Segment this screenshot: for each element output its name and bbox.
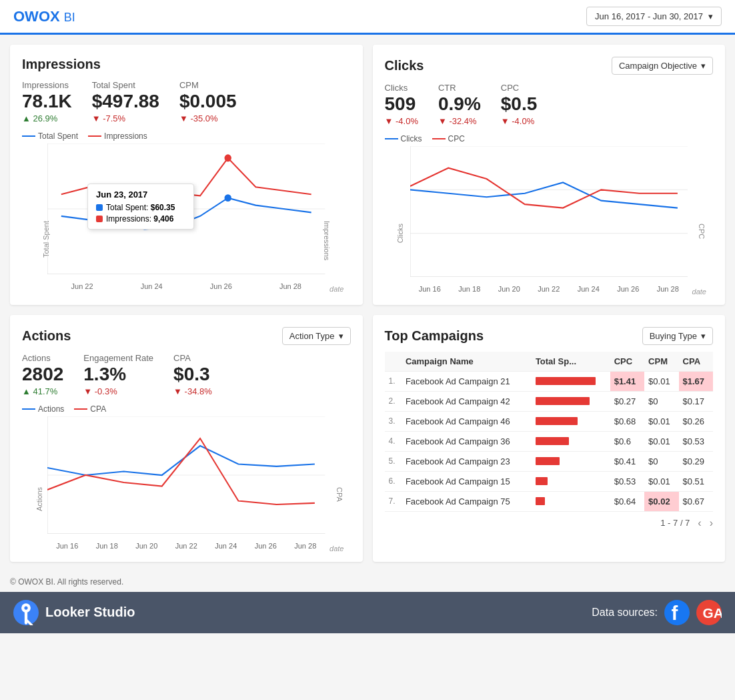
clicks-chart-wrap: Clicks CPC 60 40 20 0 1.5 1 0.5 (385, 146, 714, 293)
top-campaigns-card: Top Campaigns Buying Type ▾ Campaign Nam… (373, 315, 726, 562)
date-range-label: Jun 16, 2017 - Jun 30, 2017 (595, 11, 703, 21)
impressions-title: Impressions (22, 57, 101, 72)
pagination: 1 - 7 / 7 ‹ › (385, 517, 714, 529)
actions-card: Actions Action Type ▾ Actions 2802 ▲ 41.… (10, 315, 363, 562)
actions-metric-engagement: Engagement Rate 1.3% ▼ -0.3% (83, 353, 153, 396)
table-header-row: Campaign Name Total Sp... CPC CPM CPA (385, 352, 714, 372)
clicks-chart-svg: 60 40 20 0 1.5 1 0.5 0 (410, 146, 688, 277)
logo-owox: OWOX (13, 8, 60, 25)
impressions-card: Impressions Impressions 78.1K ▲ 26.9% To… (10, 45, 363, 305)
footer-copyright: © OWOX BI. All rights reserved. (0, 572, 735, 592)
looker-studio-label: Looker Studio (45, 605, 135, 620)
google-analytics-icon: GA (696, 600, 722, 625)
data-sources: Data sources: f GA (592, 600, 722, 625)
footer-bar: Looker Studio Data sources: f GA (0, 592, 735, 633)
col-rank (385, 352, 402, 372)
y-axis-clicks: Clicks (396, 224, 404, 243)
campaigns-table: Campaign Name Total Sp... CPC CPM CPA 1.… (385, 352, 714, 512)
impressions-x-labels: Jun 22Jun 24Jun 26Jun 28 (47, 282, 325, 290)
table-row: 2. Facebook Ad Campaign 42 $0.27 $0 $0.1… (385, 391, 714, 411)
tooltip-impressions-dot (96, 216, 103, 222)
chart-tooltip: Jun 23, 2017 Total Spent: $60.35 Impress… (87, 184, 194, 230)
clicks-card-header: Clicks Campaign Objective ▾ (385, 57, 714, 75)
logo: OWOX BI (13, 8, 75, 25)
col-campaign-name: Campaign Name (402, 352, 532, 372)
data-sources-label: Data sources: (592, 607, 658, 619)
campaign-objective-dropdown[interactable]: Campaign Objective ▾ (612, 57, 713, 75)
tooltip-date: Jun 23, 2017 (96, 190, 185, 200)
svg-point-37 (24, 606, 27, 609)
clicks-x-labels: Jun 16Jun 18Jun 20Jun 22Jun 24Jun 26Jun … (410, 285, 688, 293)
table-row: 6. Facebook Ad Campaign 15 $0.53 $0.01 $… (385, 471, 714, 491)
top-bar: OWOX BI Jun 16, 2017 - Jun 30, 2017 ▾ (0, 0, 735, 35)
table-row: 1. Facebook Ad Campaign 21 $1.41 $0.01 $… (385, 371, 714, 391)
legend-line-cpa (74, 408, 87, 410)
pagination-label: 1 - 7 / 7 (660, 518, 690, 528)
clicks-metric-clicks: Clicks 509 ▼ -4.0% (385, 83, 418, 126)
looker-logo-svg (13, 600, 39, 625)
col-cpm: CPM (644, 352, 678, 372)
action-type-label: Action Type (289, 331, 335, 341)
pagination-prev[interactable]: ‹ (698, 517, 701, 529)
col-total-spent: Total Sp... (532, 352, 610, 372)
campaigns-title: Top Campaigns (385, 328, 484, 344)
looker-brand: Looker Studio (13, 600, 135, 625)
svg-text:GA: GA (703, 605, 722, 620)
clicks-metrics: Clicks 509 ▼ -4.0% CTR 0.9% ▼ -32.4% CPC… (385, 83, 714, 126)
actions-title: Actions (22, 328, 71, 344)
facebook-icon: f (664, 600, 690, 625)
logo-bi: BI (64, 11, 75, 24)
impressions-metrics: Impressions 78.1K ▲ 26.9% Total Spent $4… (22, 80, 351, 123)
y-axis-actions: Actions (35, 487, 43, 511)
legend-line-cpc (432, 138, 446, 139)
impressions-metric-cpm: CPM $0.005 ▼ -35.0% (179, 80, 237, 123)
tooltip-dot-impressions (225, 154, 231, 161)
actions-x-labels: Jun 16Jun 18Jun 20Jun 22Jun 24Jun 26Jun … (47, 542, 325, 550)
table-row: 5. Facebook Ad Campaign 23 $0.41 $0 $0.2… (385, 451, 714, 471)
impressions-legend: Total Spent Impressions (22, 131, 351, 141)
impressions-metric-impressions: Impressions 78.1K ▲ 26.9% (22, 80, 72, 123)
actions-chart-svg: 200 100 0 0.4 0.2 0 (47, 416, 325, 534)
chevron-down-icon: ▾ (708, 11, 713, 21)
clicks-metric-ctr: CTR 0.9% ▼ -32.4% (438, 83, 481, 126)
impressions-metric-totalspent: Total Spent $497.88 ▼ -7.5% (92, 80, 159, 123)
y-axis-cpc: CPC (697, 224, 705, 239)
action-type-dropdown[interactable]: Action Type ▾ (282, 327, 351, 345)
buying-type-dropdown[interactable]: Buying Type ▾ (642, 327, 713, 345)
y-axis-cpa-right: CPA (335, 487, 343, 502)
clicks-title: Clicks (385, 58, 424, 73)
tooltip-spent-dot (96, 204, 103, 211)
actions-metrics: Actions 2802 ▲ 41.7% Engagement Rate 1.3… (22, 353, 351, 396)
table-row: 3. Facebook Ad Campaign 46 $0.68 $0.01 $… (385, 411, 714, 431)
buying-type-label: Buying Type (650, 331, 697, 341)
svg-text:f: f (672, 601, 678, 623)
chevron-down-icon: ▾ (701, 61, 706, 71)
legend-line-spent (22, 135, 35, 137)
tooltip-dot-spent (225, 194, 231, 202)
table-row: 4. Facebook Ad Campaign 36 $0.6 $0.01 $0… (385, 431, 714, 451)
table-row: 7. Facebook Ad Campaign 75 $0.64 $0.02 $… (385, 491, 714, 511)
actions-chart-wrap: Actions CPA 200 100 0 0.4 0.2 0 (22, 416, 351, 550)
clicks-metric-cpc: CPC $0.5 ▼ -4.0% (501, 83, 538, 126)
looker-icon (13, 600, 39, 625)
impressions-card-header: Impressions (22, 57, 351, 72)
main-content: Impressions Impressions 78.1K ▲ 26.9% To… (0, 35, 735, 572)
campaigns-header: Top Campaigns Buying Type ▾ (385, 327, 714, 345)
legend-line-actions (22, 408, 35, 410)
actions-metric-actions: Actions 2802 ▲ 41.7% (22, 353, 63, 396)
legend-line-clicks (385, 138, 398, 139)
clicks-legend: Clicks CPC (385, 134, 714, 143)
actions-metric-cpa: CPA $0.3 ▼ -34.8% (173, 353, 212, 396)
clicks-card: Clicks Campaign Objective ▾ Clicks 509 ▼… (373, 45, 726, 305)
col-cpc: CPC (610, 352, 644, 372)
actions-legend: Actions CPA (22, 404, 351, 414)
pagination-next[interactable]: › (710, 517, 713, 529)
legend-line-impressions (88, 135, 101, 137)
campaign-objective-label: Campaign Objective (619, 61, 697, 71)
chevron-down-icon: ▾ (339, 331, 343, 341)
impressions-chart-wrap: Total Spent Impressions 100 50 0 (22, 143, 351, 290)
col-cpa: CPA (679, 352, 713, 372)
actions-card-header: Actions Action Type ▾ (22, 327, 351, 345)
date-range-picker[interactable]: Jun 16, 2017 - Jun 30, 2017 ▾ (586, 7, 722, 26)
chevron-down-icon: ▾ (701, 331, 706, 341)
